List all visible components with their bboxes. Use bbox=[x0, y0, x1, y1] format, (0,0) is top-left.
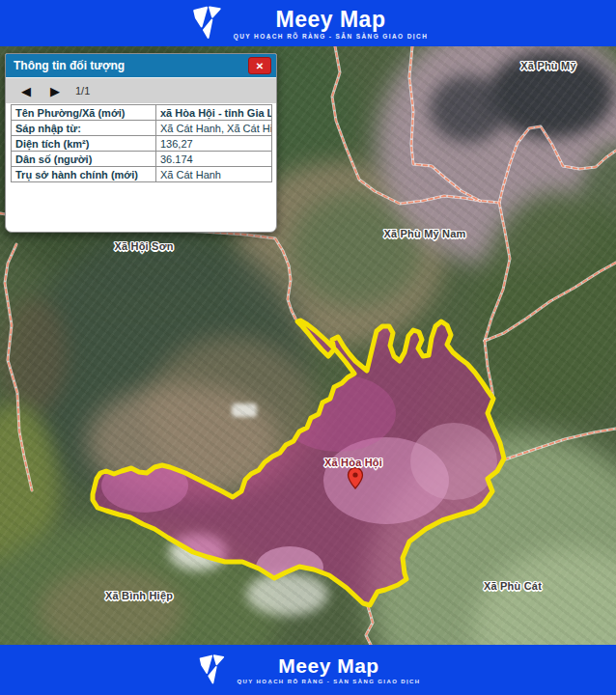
object-info-table: Tên Phường/Xã (mới) xã Hòa Hội - tỉnh Gi… bbox=[11, 104, 272, 182]
table-row: Trụ sở hành chính (mới) Xã Cát Hanh bbox=[12, 167, 272, 182]
selected-region[interactable] bbox=[93, 320, 504, 605]
row-value: Xã Cát Hanh bbox=[156, 167, 272, 182]
map-label-hoi-son: Xã Hội Sơn bbox=[114, 240, 173, 252]
admin-boundary bbox=[366, 606, 373, 645]
brand[interactable]: Meey Map QUY HOẠCH RÕ RÀNG - SẴN SÀNG GI… bbox=[188, 5, 429, 42]
meey-map-logo-icon bbox=[188, 5, 225, 42]
table-row: Tên Phường/Xã (mới) xã Hòa Hội - tỉnh Gi… bbox=[12, 105, 272, 121]
brand-text: Meey Map QUY HOẠCH RÕ RÀNG - SẴN SÀNG GI… bbox=[237, 655, 420, 684]
brand-name: Meey Map bbox=[276, 8, 386, 31]
row-label: Dân số (người) bbox=[12, 152, 156, 167]
row-value: Xã Cát Hanh, Xã Cát Hiệp bbox=[156, 121, 272, 136]
row-value: xã Hòa Hội - tỉnh Gia Lai bbox=[156, 105, 272, 121]
prev-page-button[interactable]: ◀ bbox=[14, 85, 39, 97]
row-value: 36.174 bbox=[156, 152, 272, 167]
popup-header[interactable]: Thông tin đối tượng ✕ bbox=[6, 54, 276, 77]
row-label: Trụ sở hành chính (mới) bbox=[12, 167, 156, 182]
admin-boundary bbox=[5, 244, 32, 490]
map-label-phu-my: Xã Phù Mỹ bbox=[520, 60, 575, 71]
row-label: Tên Phường/Xã (mới) bbox=[12, 105, 156, 121]
pager-text: 1/1 bbox=[75, 85, 90, 97]
row-value: 136,27 bbox=[156, 136, 272, 152]
app-footer: Meey Map QUY HOẠCH RÕ RÀNG - SẴN SÀNG GI… bbox=[0, 645, 616, 695]
popup-pager-bar: ◀ ▶ 1/1 bbox=[6, 77, 276, 103]
map-label-binh-hiep: Xã Bình Hiệp bbox=[105, 590, 173, 601]
map-label-phu-cat: Xã Phù Cát bbox=[484, 580, 542, 592]
popup-title: Thông tin đối tượng bbox=[14, 59, 125, 72]
next-page-button[interactable]: ▶ bbox=[42, 85, 68, 97]
app-header: Meey Map QUY HOẠCH RÕ RÀNG - SẴN SÀNG GI… bbox=[0, 0, 616, 46]
close-icon[interactable]: ✕ bbox=[248, 57, 271, 74]
row-label: Diện tích (km²) bbox=[12, 136, 156, 152]
admin-boundary bbox=[332, 46, 499, 204]
brand-footer[interactable]: Meey Map QUY HOẠCH RÕ RÀNG - SẴN SÀNG GI… bbox=[195, 653, 420, 686]
brand-name: Meey Map bbox=[278, 655, 378, 677]
brand-tagline: QUY HOẠCH RÕ RÀNG - SẴN SÀNG GIAO DỊCH bbox=[237, 679, 420, 684]
table-row: Diện tích (km²) 136,27 bbox=[12, 136, 272, 152]
table-row: Sáp nhập từ: Xã Cát Hanh, Xã Cát Hiệp bbox=[12, 121, 272, 136]
meey-map-app: Meey Map QUY HOẠCH RÕ RÀNG - SẴN SÀNG GI… bbox=[0, 0, 616, 695]
brand-text: Meey Map QUY HOẠCH RÕ RÀNG - SẴN SÀNG GI… bbox=[234, 8, 429, 40]
map-label-hoa-hoi: Xã Hòa Hội bbox=[324, 457, 382, 468]
meey-map-logo-icon bbox=[195, 653, 228, 686]
admin-boundary bbox=[499, 126, 616, 203]
row-label: Sáp nhập từ: bbox=[12, 121, 156, 136]
table-row: Dân số (người) 36.174 bbox=[12, 152, 272, 167]
admin-boundary bbox=[505, 429, 616, 459]
brand-tagline: QUY HOẠCH RÕ RÀNG - SẴN SÀNG GIAO DỊCH bbox=[234, 33, 429, 40]
map-canvas[interactable]: Xã Phù Mỹ Xã Phù Mỹ Nam Xã Hội Sơn Xã Hò… bbox=[0, 46, 616, 645]
admin-boundary bbox=[485, 263, 616, 341]
map-label-phu-my-nam: Xã Phù Mỹ Nam bbox=[383, 228, 465, 239]
admin-boundary bbox=[409, 46, 480, 201]
info-popup: Thông tin đối tượng ✕ ◀ ▶ 1/1 Tên Phường… bbox=[5, 53, 277, 233]
admin-boundary bbox=[485, 203, 510, 341]
